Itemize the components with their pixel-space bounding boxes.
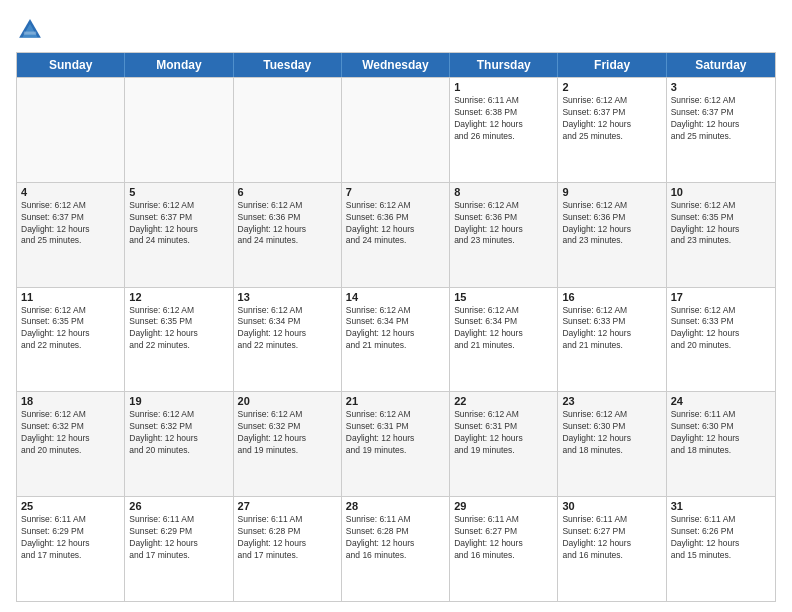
header-day-tuesday: Tuesday bbox=[234, 53, 342, 77]
day-info: Sunrise: 6:12 AM Sunset: 6:36 PM Dayligh… bbox=[562, 200, 661, 248]
day-info: Sunrise: 6:12 AM Sunset: 6:35 PM Dayligh… bbox=[129, 305, 228, 353]
logo bbox=[16, 16, 48, 44]
calendar-cell: 23Sunrise: 6:12 AM Sunset: 6:30 PM Dayli… bbox=[558, 392, 666, 496]
day-info: Sunrise: 6:12 AM Sunset: 6:30 PM Dayligh… bbox=[562, 409, 661, 457]
page: SundayMondayTuesdayWednesdayThursdayFrid… bbox=[0, 0, 792, 612]
calendar-cell: 30Sunrise: 6:11 AM Sunset: 6:27 PM Dayli… bbox=[558, 497, 666, 601]
day-number: 10 bbox=[671, 186, 771, 198]
day-info: Sunrise: 6:11 AM Sunset: 6:38 PM Dayligh… bbox=[454, 95, 553, 143]
day-info: Sunrise: 6:12 AM Sunset: 6:34 PM Dayligh… bbox=[346, 305, 445, 353]
day-info: Sunrise: 6:12 AM Sunset: 6:31 PM Dayligh… bbox=[454, 409, 553, 457]
calendar-cell: 14Sunrise: 6:12 AM Sunset: 6:34 PM Dayli… bbox=[342, 288, 450, 392]
calendar-header: SundayMondayTuesdayWednesdayThursdayFrid… bbox=[17, 53, 775, 77]
calendar-week-2: 4Sunrise: 6:12 AM Sunset: 6:37 PM Daylig… bbox=[17, 182, 775, 287]
calendar-cell: 19Sunrise: 6:12 AM Sunset: 6:32 PM Dayli… bbox=[125, 392, 233, 496]
day-info: Sunrise: 6:11 AM Sunset: 6:29 PM Dayligh… bbox=[21, 514, 120, 562]
day-number: 3 bbox=[671, 81, 771, 93]
calendar-cell: 8Sunrise: 6:12 AM Sunset: 6:36 PM Daylig… bbox=[450, 183, 558, 287]
day-info: Sunrise: 6:12 AM Sunset: 6:33 PM Dayligh… bbox=[562, 305, 661, 353]
day-number: 16 bbox=[562, 291, 661, 303]
calendar-cell: 28Sunrise: 6:11 AM Sunset: 6:28 PM Dayli… bbox=[342, 497, 450, 601]
calendar-cell bbox=[17, 78, 125, 182]
calendar-cell bbox=[342, 78, 450, 182]
calendar-cell: 13Sunrise: 6:12 AM Sunset: 6:34 PM Dayli… bbox=[234, 288, 342, 392]
calendar-cell: 24Sunrise: 6:11 AM Sunset: 6:30 PM Dayli… bbox=[667, 392, 775, 496]
day-info: Sunrise: 6:12 AM Sunset: 6:36 PM Dayligh… bbox=[238, 200, 337, 248]
day-info: Sunrise: 6:12 AM Sunset: 6:34 PM Dayligh… bbox=[238, 305, 337, 353]
calendar-cell: 9Sunrise: 6:12 AM Sunset: 6:36 PM Daylig… bbox=[558, 183, 666, 287]
header-day-saturday: Saturday bbox=[667, 53, 775, 77]
day-info: Sunrise: 6:12 AM Sunset: 6:37 PM Dayligh… bbox=[562, 95, 661, 143]
calendar-cell: 18Sunrise: 6:12 AM Sunset: 6:32 PM Dayli… bbox=[17, 392, 125, 496]
day-info: Sunrise: 6:11 AM Sunset: 6:28 PM Dayligh… bbox=[346, 514, 445, 562]
day-number: 9 bbox=[562, 186, 661, 198]
day-number: 24 bbox=[671, 395, 771, 407]
day-info: Sunrise: 6:12 AM Sunset: 6:34 PM Dayligh… bbox=[454, 305, 553, 353]
calendar-cell: 6Sunrise: 6:12 AM Sunset: 6:36 PM Daylig… bbox=[234, 183, 342, 287]
calendar-cell: 1Sunrise: 6:11 AM Sunset: 6:38 PM Daylig… bbox=[450, 78, 558, 182]
day-number: 21 bbox=[346, 395, 445, 407]
calendar-cell bbox=[125, 78, 233, 182]
day-info: Sunrise: 6:12 AM Sunset: 6:32 PM Dayligh… bbox=[238, 409, 337, 457]
day-number: 7 bbox=[346, 186, 445, 198]
day-number: 1 bbox=[454, 81, 553, 93]
day-number: 15 bbox=[454, 291, 553, 303]
calendar-cell bbox=[234, 78, 342, 182]
day-info: Sunrise: 6:12 AM Sunset: 6:35 PM Dayligh… bbox=[21, 305, 120, 353]
day-info: Sunrise: 6:11 AM Sunset: 6:29 PM Dayligh… bbox=[129, 514, 228, 562]
day-info: Sunrise: 6:12 AM Sunset: 6:33 PM Dayligh… bbox=[671, 305, 771, 353]
calendar-cell: 4Sunrise: 6:12 AM Sunset: 6:37 PM Daylig… bbox=[17, 183, 125, 287]
day-number: 28 bbox=[346, 500, 445, 512]
calendar-cell: 11Sunrise: 6:12 AM Sunset: 6:35 PM Dayli… bbox=[17, 288, 125, 392]
day-number: 6 bbox=[238, 186, 337, 198]
day-number: 20 bbox=[238, 395, 337, 407]
day-info: Sunrise: 6:11 AM Sunset: 6:30 PM Dayligh… bbox=[671, 409, 771, 457]
calendar-cell: 2Sunrise: 6:12 AM Sunset: 6:37 PM Daylig… bbox=[558, 78, 666, 182]
day-info: Sunrise: 6:11 AM Sunset: 6:27 PM Dayligh… bbox=[454, 514, 553, 562]
calendar-week-4: 18Sunrise: 6:12 AM Sunset: 6:32 PM Dayli… bbox=[17, 391, 775, 496]
day-number: 19 bbox=[129, 395, 228, 407]
calendar-cell: 7Sunrise: 6:12 AM Sunset: 6:36 PM Daylig… bbox=[342, 183, 450, 287]
calendar-cell: 20Sunrise: 6:12 AM Sunset: 6:32 PM Dayli… bbox=[234, 392, 342, 496]
header-day-friday: Friday bbox=[558, 53, 666, 77]
calendar-cell: 26Sunrise: 6:11 AM Sunset: 6:29 PM Dayli… bbox=[125, 497, 233, 601]
calendar-cell: 16Sunrise: 6:12 AM Sunset: 6:33 PM Dayli… bbox=[558, 288, 666, 392]
day-number: 12 bbox=[129, 291, 228, 303]
day-info: Sunrise: 6:12 AM Sunset: 6:31 PM Dayligh… bbox=[346, 409, 445, 457]
day-info: Sunrise: 6:11 AM Sunset: 6:26 PM Dayligh… bbox=[671, 514, 771, 562]
header-day-wednesday: Wednesday bbox=[342, 53, 450, 77]
header-day-sunday: Sunday bbox=[17, 53, 125, 77]
calendar-cell: 17Sunrise: 6:12 AM Sunset: 6:33 PM Dayli… bbox=[667, 288, 775, 392]
header-day-thursday: Thursday bbox=[450, 53, 558, 77]
day-number: 8 bbox=[454, 186, 553, 198]
calendar: SundayMondayTuesdayWednesdayThursdayFrid… bbox=[16, 52, 776, 602]
day-number: 13 bbox=[238, 291, 337, 303]
header-day-monday: Monday bbox=[125, 53, 233, 77]
day-number: 29 bbox=[454, 500, 553, 512]
calendar-cell: 3Sunrise: 6:12 AM Sunset: 6:37 PM Daylig… bbox=[667, 78, 775, 182]
calendar-cell: 29Sunrise: 6:11 AM Sunset: 6:27 PM Dayli… bbox=[450, 497, 558, 601]
day-number: 11 bbox=[21, 291, 120, 303]
header bbox=[16, 16, 776, 44]
day-number: 25 bbox=[21, 500, 120, 512]
logo-icon bbox=[16, 16, 44, 44]
day-number: 4 bbox=[21, 186, 120, 198]
calendar-cell: 5Sunrise: 6:12 AM Sunset: 6:37 PM Daylig… bbox=[125, 183, 233, 287]
day-info: Sunrise: 6:12 AM Sunset: 6:37 PM Dayligh… bbox=[129, 200, 228, 248]
day-info: Sunrise: 6:11 AM Sunset: 6:28 PM Dayligh… bbox=[238, 514, 337, 562]
calendar-cell: 25Sunrise: 6:11 AM Sunset: 6:29 PM Dayli… bbox=[17, 497, 125, 601]
calendar-body: 1Sunrise: 6:11 AM Sunset: 6:38 PM Daylig… bbox=[17, 77, 775, 601]
day-info: Sunrise: 6:12 AM Sunset: 6:35 PM Dayligh… bbox=[671, 200, 771, 248]
day-number: 27 bbox=[238, 500, 337, 512]
day-number: 22 bbox=[454, 395, 553, 407]
day-number: 14 bbox=[346, 291, 445, 303]
day-info: Sunrise: 6:12 AM Sunset: 6:37 PM Dayligh… bbox=[671, 95, 771, 143]
calendar-week-1: 1Sunrise: 6:11 AM Sunset: 6:38 PM Daylig… bbox=[17, 77, 775, 182]
day-number: 2 bbox=[562, 81, 661, 93]
calendar-cell: 12Sunrise: 6:12 AM Sunset: 6:35 PM Dayli… bbox=[125, 288, 233, 392]
day-number: 26 bbox=[129, 500, 228, 512]
day-number: 5 bbox=[129, 186, 228, 198]
day-info: Sunrise: 6:12 AM Sunset: 6:32 PM Dayligh… bbox=[21, 409, 120, 457]
day-info: Sunrise: 6:12 AM Sunset: 6:36 PM Dayligh… bbox=[346, 200, 445, 248]
calendar-week-5: 25Sunrise: 6:11 AM Sunset: 6:29 PM Dayli… bbox=[17, 496, 775, 601]
